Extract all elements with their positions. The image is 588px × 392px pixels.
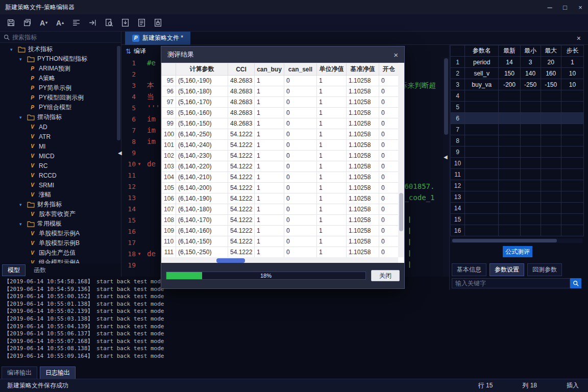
results-vscrollbar[interactable] bbox=[398, 63, 404, 257]
param-cell[interactable] bbox=[541, 90, 561, 102]
expander-icon[interactable]: ▾ bbox=[19, 115, 24, 120]
params-hscrollbar[interactable] bbox=[451, 238, 582, 243]
results-hscrollbar-thumb[interactable] bbox=[216, 258, 245, 263]
param-cell[interactable] bbox=[520, 90, 541, 102]
editor-scrollbar[interactable] bbox=[443, 57, 449, 277]
param-cell[interactable] bbox=[520, 124, 541, 135]
param-cell[interactable] bbox=[541, 102, 561, 113]
params-hscrollbar-thumb[interactable] bbox=[452, 239, 557, 242]
result-row[interactable]: 99(5,160,-150)48.26831011.102580 bbox=[162, 118, 399, 129]
result-row[interactable]: 109(6,140,-160)54.12221011.102580 bbox=[162, 226, 399, 236]
params-tab-backtest-params[interactable]: 回测参数 bbox=[527, 263, 562, 276]
tree-folder[interactable]: ▾技术指标 bbox=[0, 44, 121, 54]
param-cell[interactable] bbox=[520, 203, 541, 214]
import-icon[interactable] bbox=[119, 17, 131, 29]
result-row[interactable]: 100(6,140,-250)54.12221011.102580 bbox=[162, 129, 399, 140]
tree-item[interactable]: PA策略 bbox=[0, 74, 121, 83]
maximize-icon[interactable]: □ bbox=[557, 0, 573, 14]
param-cell[interactable]: sell_v bbox=[465, 68, 499, 79]
param-cell[interactable] bbox=[541, 169, 561, 180]
param-row[interactable]: 15 bbox=[451, 214, 584, 225]
param-cell[interactable] bbox=[520, 135, 541, 146]
font-increase-icon[interactable]: A▴ bbox=[54, 17, 66, 29]
result-row[interactable]: 95(5,160,-190)48.26831011.102580 bbox=[162, 76, 399, 86]
param-cell[interactable] bbox=[465, 102, 499, 113]
compile-button[interactable]: ⇅ 编译 bbox=[121, 45, 157, 57]
tree-item[interactable]: VATR bbox=[0, 132, 121, 141]
param-cell[interactable] bbox=[465, 225, 499, 236]
param-cell[interactable] bbox=[561, 191, 583, 203]
param-cell[interactable] bbox=[541, 113, 561, 124]
param-cell[interactable] bbox=[561, 90, 583, 102]
param-cell[interactable] bbox=[561, 180, 583, 191]
output-tab-log-output[interactable]: 日志输出 bbox=[40, 366, 76, 379]
tree-scrollbar-thumb[interactable] bbox=[117, 46, 120, 140]
param-cell[interactable] bbox=[465, 158, 499, 169]
tree-item[interactable]: V涨幅 bbox=[0, 190, 121, 200]
param-cell[interactable] bbox=[541, 203, 561, 214]
param-cell[interactable] bbox=[520, 102, 541, 113]
param-cell[interactable] bbox=[520, 225, 541, 236]
expander-icon[interactable]: ▾ bbox=[19, 202, 24, 207]
param-row[interactable]: 4 bbox=[451, 90, 584, 102]
tree-item[interactable]: VMICD bbox=[0, 151, 121, 161]
param-cell[interactable]: 140 bbox=[520, 68, 541, 79]
param-cell[interactable]: -150 bbox=[541, 79, 561, 90]
param-cell[interactable] bbox=[499, 158, 520, 169]
param-cell[interactable]: 160 bbox=[541, 68, 561, 79]
param-cell[interactable]: 1 bbox=[561, 57, 583, 68]
param-cell[interactable] bbox=[499, 124, 520, 135]
param-cell[interactable] bbox=[499, 214, 520, 225]
param-cell[interactable] bbox=[499, 135, 520, 146]
param-cell[interactable] bbox=[541, 225, 561, 236]
param-cell[interactable]: 20 bbox=[541, 57, 561, 68]
param-cell[interactable] bbox=[561, 124, 583, 135]
param-cell[interactable] bbox=[465, 124, 499, 135]
param-cell[interactable] bbox=[541, 146, 561, 158]
tree-item[interactable]: PPY组合模型 bbox=[0, 103, 121, 112]
param-cell[interactable] bbox=[499, 90, 520, 102]
param-cell[interactable] bbox=[465, 180, 499, 191]
result-row[interactable]: 96(5,160,-180)48.26831011.102580 bbox=[162, 86, 399, 97]
param-row[interactable]: 11 bbox=[451, 169, 584, 180]
param-cell[interactable] bbox=[541, 180, 561, 191]
save-icon[interactable] bbox=[5, 17, 17, 29]
param-cell[interactable] bbox=[541, 124, 561, 135]
minimize-icon[interactable]: ─ bbox=[542, 0, 557, 14]
param-row[interactable]: 13 bbox=[451, 191, 584, 203]
keyword-search-input[interactable] bbox=[452, 278, 570, 288]
param-row[interactable]: 7 bbox=[451, 124, 584, 135]
keyword-search-button[interactable] bbox=[570, 278, 581, 288]
tree-item[interactable]: V国内生产总值 bbox=[0, 248, 121, 258]
param-cell[interactable] bbox=[520, 169, 541, 180]
param-cell[interactable]: period bbox=[465, 57, 499, 68]
tree-item[interactable]: V组合模型示例A bbox=[0, 258, 121, 263]
tree-folder[interactable]: ▾PYTHON模型指标 bbox=[0, 54, 121, 64]
result-row[interactable]: 104(6,140,-210)54.12221011.102580 bbox=[162, 172, 399, 183]
tree-item[interactable]: V股本营收资产 bbox=[0, 209, 121, 219]
param-cell[interactable] bbox=[541, 158, 561, 169]
result-row[interactable]: 97(5,160,-170)48.26831011.102580 bbox=[162, 97, 399, 108]
result-row[interactable]: 110(6,140,-150)54.12221011.102580 bbox=[162, 236, 399, 247]
param-cell[interactable]: 3 bbox=[520, 57, 541, 68]
param-cell[interactable]: 14 bbox=[499, 57, 520, 68]
param-cell[interactable] bbox=[561, 113, 583, 124]
left-splitter-collapse-icon[interactable]: ◀ bbox=[118, 150, 122, 156]
param-cell[interactable] bbox=[520, 191, 541, 203]
expander-icon[interactable]: ▾ bbox=[19, 57, 24, 62]
result-row[interactable]: 98(5,160,-160)48.26831011.102580 bbox=[162, 108, 399, 118]
tab-new-strategy-file[interactable]: P 新建策略文件 * bbox=[125, 32, 190, 45]
font-decrease-icon[interactable]: A▾ bbox=[38, 17, 50, 29]
param-row[interactable]: 16 bbox=[451, 225, 584, 236]
result-row[interactable]: 111(6,150,-250)54.12221011.102580 bbox=[162, 247, 399, 258]
tree-item[interactable]: VRCCD bbox=[0, 170, 121, 180]
param-cell[interactable] bbox=[520, 214, 541, 225]
window-close-icon[interactable]: × bbox=[573, 0, 588, 14]
encrypt-icon[interactable] bbox=[152, 17, 164, 29]
param-cell[interactable] bbox=[499, 203, 520, 214]
param-cell[interactable] bbox=[499, 169, 520, 180]
tree-item[interactable]: V单股模型示例A bbox=[0, 229, 121, 238]
save-all-icon[interactable] bbox=[21, 17, 33, 29]
param-cell[interactable] bbox=[541, 135, 561, 146]
param-row[interactable]: 10 bbox=[451, 158, 584, 169]
